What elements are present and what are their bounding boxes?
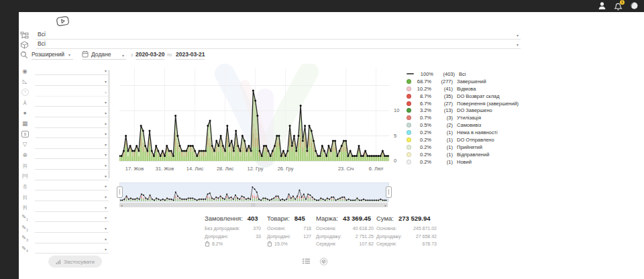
funnel-select[interactable]: ▾ <box>35 140 109 149</box>
utm-source-select[interactable]: ▾ <box>35 161 109 170</box>
legend-item[interactable]: 6.7%(27)Повернення (завершений) <box>407 100 519 107</box>
legend-label: Відмова <box>457 86 476 92</box>
product-filter-value: Всі <box>38 40 46 47</box>
search-icon[interactable] <box>20 51 28 59</box>
user-icon[interactable] <box>598 1 606 10</box>
legend-count: (35) <box>436 93 453 99</box>
legend-count: (1) <box>436 137 453 143</box>
unknown-select[interactable]: ▾ <box>36 88 109 97</box>
filter-row-product-type: ▦▾ <box>20 118 109 129</box>
sitemap-icon <box>20 32 29 40</box>
custom-field-select[interactable]: ▾ <box>35 213 109 222</box>
chart-legend: 100%(403)Всі68.7%(277)Завершений10.2%(41… <box>407 70 519 166</box>
x-axis-label: 6. Лют <box>362 166 391 172</box>
product-filter-select[interactable]: Всі▾ <box>36 40 521 49</box>
utm-term-select[interactable]: ▾ <box>35 182 109 190</box>
search-mode-value: Розширений <box>32 51 64 58</box>
list-view-icon[interactable] <box>302 258 311 266</box>
x-axis-label: 12. Гру <box>241 166 270 172</box>
stat-value: 403 <box>248 215 258 222</box>
scroll-right-arrow[interactable]: ▸ <box>384 203 386 207</box>
legend-item[interactable]: 0.2%(1)DO Отправлено <box>407 136 519 144</box>
manager-select[interactable]: ▾ <box>35 109 109 117</box>
x-axis-label: 31. Жов <box>150 166 180 172</box>
filter-row-unknown: ?▾ <box>20 87 109 97</box>
custom-field-select[interactable]: ▾ <box>35 245 109 254</box>
stat-value: 845 <box>294 215 305 222</box>
calendar-icon <box>82 50 89 58</box>
chevron-down-icon: ▾ <box>105 174 107 178</box>
scroll-left-arrow[interactable]: ◂ <box>121 203 123 207</box>
legend-item[interactable]: 0.2%(1)Нема в наявності <box>407 129 519 136</box>
legend-item[interactable]: 0.2%(1)Прийнятий <box>407 144 519 151</box>
date-field-value: Додане <box>91 51 111 58</box>
legend-item[interactable]: 68.7%(277)Завершений <box>407 78 519 85</box>
legend-swatch <box>407 79 411 84</box>
payment-select[interactable]: ▾ <box>36 129 109 138</box>
product-type-select[interactable]: ▾ <box>35 119 109 128</box>
chevron-down-icon: ▾ <box>105 237 107 241</box>
legend-swatch <box>407 115 411 120</box>
apply-button-label: Застосувати <box>64 259 95 265</box>
stats-source-select[interactable]: ▾ <box>35 77 109 86</box>
bell-icon[interactable]: 1 <box>614 1 623 10</box>
legend-item[interactable]: 0.2%(1)Відправлений <box>407 151 519 158</box>
products-view-icon[interactable] <box>319 258 328 266</box>
legend-item[interactable]: 3.2%(13)DO Завершено <box>407 107 519 114</box>
legend-percent: 68.7% <box>415 78 431 85</box>
stats-source-icon: ◺ <box>20 78 30 85</box>
x-axis-label: 14. Лис <box>180 166 210 172</box>
utm-medium-select[interactable]: ▾ <box>35 172 109 180</box>
search-mode-select[interactable]: Розширений▾ <box>32 51 73 60</box>
legend-percent: 0.2% <box>415 152 431 158</box>
custom-field-select[interactable]: ▾ <box>35 235 109 243</box>
utm-campaign-select[interactable]: ▾ <box>35 203 109 212</box>
chart-scrollbar[interactable]: ◂ ||| ▸ <box>119 203 388 207</box>
legend-item[interactable]: 0.2%(1)Новий <box>407 158 519 166</box>
chevron-down-icon: ▾ <box>105 121 107 126</box>
top-bar <box>0 0 644 12</box>
legend-item[interactable]: 0.7%(3)Утилізація <box>407 114 519 121</box>
utm-content-select[interactable]: ▾ <box>35 192 109 201</box>
legend-label: Нема в наявності <box>457 129 498 135</box>
legend-count: (1) <box>436 159 453 165</box>
legend-label: DO Возврат склад <box>457 93 500 99</box>
status-filter-row: Всі▾ <box>20 31 521 40</box>
status-filter-select[interactable]: Всі▾ <box>36 31 521 40</box>
status-filter-value: Всі <box>38 31 46 38</box>
date-field-select[interactable]: Додане▾ <box>82 50 126 60</box>
filter-panel-scrollbar[interactable] <box>108 70 110 178</box>
legend-item[interactable]: 8.7%(35)DO Возврат склад <box>407 93 519 100</box>
stat-sub-row: Допродажу:2 751.25 <box>316 233 374 241</box>
scroll-grip[interactable]: ||| <box>252 203 256 207</box>
utm-term-icon: {t} <box>20 183 30 190</box>
video-tutorial-icon[interactable] <box>56 15 70 27</box>
filter-row-structure: ⅄▾ <box>20 97 109 108</box>
site-select[interactable]: ▾ <box>35 150 109 159</box>
unknown-icon: ? <box>21 89 29 96</box>
legend-swatch <box>407 101 411 106</box>
legend-percent: 6.7% <box>415 101 431 107</box>
navigator-right-handle[interactable] <box>386 186 392 198</box>
date-from-input[interactable]: 2020-03-20 <box>136 51 164 60</box>
theme-toggle-icon[interactable] <box>630 1 639 10</box>
apply-button[interactable]: Застосувати <box>48 256 102 268</box>
navigator-left-handle[interactable] <box>117 186 123 198</box>
legend-percent: 100% <box>417 71 433 77</box>
date-to-input[interactable]: 2023-03-21 <box>176 51 205 60</box>
legend-item[interactable]: 10.2%(41)Відмова <box>407 85 519 93</box>
chart-navigator[interactable] <box>119 182 389 202</box>
stat-label: Маржа: <box>316 215 338 222</box>
filter-row-manager: ●▾ <box>20 108 109 119</box>
legend-swatch <box>407 123 411 127</box>
structure-select[interactable]: ▾ <box>35 98 109 107</box>
legend-label: Новий <box>457 159 472 165</box>
legend-item[interactable]: 0.5%(2)Самовивіз <box>407 121 519 129</box>
country-select[interactable]: ▾ <box>35 66 109 75</box>
custom-field-select[interactable]: ▾ <box>35 224 109 233</box>
bag-icon <box>205 241 210 247</box>
filter-row-utm-campaign: {k}▾ <box>20 202 109 213</box>
legend-swatch <box>407 73 414 74</box>
filter-row-funnel: ▽▾ <box>20 139 109 150</box>
legend-item[interactable]: 100%(403)Всі <box>407 70 519 78</box>
